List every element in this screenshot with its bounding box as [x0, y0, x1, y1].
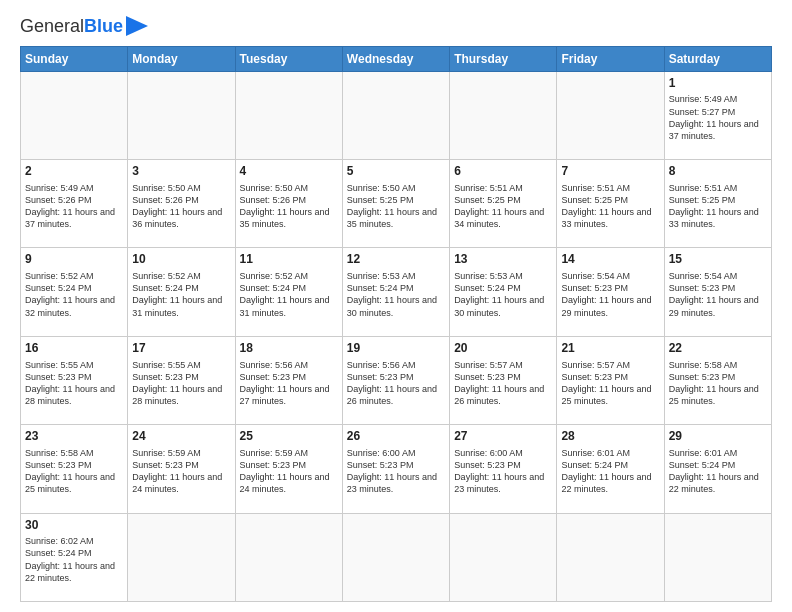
day-number: 21 [561, 340, 659, 357]
day-number: 24 [132, 428, 230, 445]
day-info: Sunrise: 5:51 AM Sunset: 5:25 PM Dayligh… [561, 182, 659, 231]
day-number: 18 [240, 340, 338, 357]
calendar-cell: 14Sunrise: 5:54 AM Sunset: 5:23 PM Dayli… [557, 248, 664, 336]
calendar-cell: 27Sunrise: 6:00 AM Sunset: 5:23 PM Dayli… [450, 425, 557, 513]
day-number: 14 [561, 251, 659, 268]
weekday-header-wednesday: Wednesday [342, 46, 449, 71]
header: GeneralBlue [20, 16, 772, 38]
calendar-cell [128, 513, 235, 601]
calendar-cell: 3Sunrise: 5:50 AM Sunset: 5:26 PM Daylig… [128, 159, 235, 247]
calendar-week-1: 2Sunrise: 5:49 AM Sunset: 5:26 PM Daylig… [21, 159, 772, 247]
day-info: Sunrise: 5:57 AM Sunset: 5:23 PM Dayligh… [454, 359, 552, 408]
calendar-week-3: 16Sunrise: 5:55 AM Sunset: 5:23 PM Dayli… [21, 336, 772, 424]
day-info: Sunrise: 5:55 AM Sunset: 5:23 PM Dayligh… [132, 359, 230, 408]
calendar-week-4: 23Sunrise: 5:58 AM Sunset: 5:23 PM Dayli… [21, 425, 772, 513]
calendar-cell: 12Sunrise: 5:53 AM Sunset: 5:24 PM Dayli… [342, 248, 449, 336]
day-info: Sunrise: 5:56 AM Sunset: 5:23 PM Dayligh… [240, 359, 338, 408]
day-number: 12 [347, 251, 445, 268]
day-info: Sunrise: 6:01 AM Sunset: 5:24 PM Dayligh… [561, 447, 659, 496]
calendar-cell: 4Sunrise: 5:50 AM Sunset: 5:26 PM Daylig… [235, 159, 342, 247]
calendar-cell: 30Sunrise: 6:02 AM Sunset: 5:24 PM Dayli… [21, 513, 128, 601]
calendar-cell [21, 71, 128, 159]
weekday-header-saturday: Saturday [664, 46, 771, 71]
day-info: Sunrise: 5:52 AM Sunset: 5:24 PM Dayligh… [132, 270, 230, 319]
day-number: 29 [669, 428, 767, 445]
day-number: 1 [669, 75, 767, 92]
calendar-cell: 6Sunrise: 5:51 AM Sunset: 5:25 PM Daylig… [450, 159, 557, 247]
day-info: Sunrise: 5:59 AM Sunset: 5:23 PM Dayligh… [132, 447, 230, 496]
calendar-cell: 28Sunrise: 6:01 AM Sunset: 5:24 PM Dayli… [557, 425, 664, 513]
day-number: 2 [25, 163, 123, 180]
day-info: Sunrise: 5:49 AM Sunset: 5:26 PM Dayligh… [25, 182, 123, 231]
day-number: 28 [561, 428, 659, 445]
day-number: 6 [454, 163, 552, 180]
calendar-cell [128, 71, 235, 159]
calendar-cell: 17Sunrise: 5:55 AM Sunset: 5:23 PM Dayli… [128, 336, 235, 424]
day-info: Sunrise: 5:53 AM Sunset: 5:24 PM Dayligh… [347, 270, 445, 319]
day-number: 16 [25, 340, 123, 357]
day-info: Sunrise: 5:50 AM Sunset: 5:26 PM Dayligh… [132, 182, 230, 231]
day-info: Sunrise: 6:01 AM Sunset: 5:24 PM Dayligh… [669, 447, 767, 496]
calendar-cell: 22Sunrise: 5:58 AM Sunset: 5:23 PM Dayli… [664, 336, 771, 424]
calendar-cell: 5Sunrise: 5:50 AM Sunset: 5:25 PM Daylig… [342, 159, 449, 247]
day-number: 27 [454, 428, 552, 445]
day-info: Sunrise: 5:58 AM Sunset: 5:23 PM Dayligh… [669, 359, 767, 408]
calendar-week-0: 1Sunrise: 5:49 AM Sunset: 5:27 PM Daylig… [21, 71, 772, 159]
day-info: Sunrise: 6:00 AM Sunset: 5:23 PM Dayligh… [347, 447, 445, 496]
weekday-header-sunday: Sunday [21, 46, 128, 71]
day-number: 22 [669, 340, 767, 357]
weekday-header-friday: Friday [557, 46, 664, 71]
calendar-cell: 11Sunrise: 5:52 AM Sunset: 5:24 PM Dayli… [235, 248, 342, 336]
day-info: Sunrise: 5:51 AM Sunset: 5:25 PM Dayligh… [669, 182, 767, 231]
day-info: Sunrise: 5:54 AM Sunset: 5:23 PM Dayligh… [561, 270, 659, 319]
weekday-header-thursday: Thursday [450, 46, 557, 71]
calendar-week-2: 9Sunrise: 5:52 AM Sunset: 5:24 PM Daylig… [21, 248, 772, 336]
logo-triangle-icon [126, 16, 148, 36]
calendar-cell [342, 513, 449, 601]
day-info: Sunrise: 5:51 AM Sunset: 5:25 PM Dayligh… [454, 182, 552, 231]
calendar-body: 1Sunrise: 5:49 AM Sunset: 5:27 PM Daylig… [21, 71, 772, 601]
day-number: 30 [25, 517, 123, 534]
calendar-cell: 29Sunrise: 6:01 AM Sunset: 5:24 PM Dayli… [664, 425, 771, 513]
calendar-cell [450, 71, 557, 159]
day-info: Sunrise: 5:50 AM Sunset: 5:26 PM Dayligh… [240, 182, 338, 231]
calendar-cell: 2Sunrise: 5:49 AM Sunset: 5:26 PM Daylig… [21, 159, 128, 247]
page: GeneralBlue SundayMondayTuesdayWednesday… [0, 0, 792, 612]
calendar-cell: 16Sunrise: 5:55 AM Sunset: 5:23 PM Dayli… [21, 336, 128, 424]
day-number: 4 [240, 163, 338, 180]
day-info: Sunrise: 5:53 AM Sunset: 5:24 PM Dayligh… [454, 270, 552, 319]
calendar-cell: 21Sunrise: 5:57 AM Sunset: 5:23 PM Dayli… [557, 336, 664, 424]
day-number: 11 [240, 251, 338, 268]
day-number: 23 [25, 428, 123, 445]
day-info: Sunrise: 6:02 AM Sunset: 5:24 PM Dayligh… [25, 535, 123, 584]
day-number: 15 [669, 251, 767, 268]
calendar-cell: 25Sunrise: 5:59 AM Sunset: 5:23 PM Dayli… [235, 425, 342, 513]
weekday-header-monday: Monday [128, 46, 235, 71]
calendar-cell: 15Sunrise: 5:54 AM Sunset: 5:23 PM Dayli… [664, 248, 771, 336]
calendar-cell: 10Sunrise: 5:52 AM Sunset: 5:24 PM Dayli… [128, 248, 235, 336]
day-number: 3 [132, 163, 230, 180]
calendar-cell [450, 513, 557, 601]
day-number: 17 [132, 340, 230, 357]
day-info: Sunrise: 5:49 AM Sunset: 5:27 PM Dayligh… [669, 93, 767, 142]
calendar-cell: 26Sunrise: 6:00 AM Sunset: 5:23 PM Dayli… [342, 425, 449, 513]
day-number: 25 [240, 428, 338, 445]
day-number: 19 [347, 340, 445, 357]
calendar-cell [235, 513, 342, 601]
weekday-row: SundayMondayTuesdayWednesdayThursdayFrid… [21, 46, 772, 71]
day-number: 13 [454, 251, 552, 268]
calendar-cell: 7Sunrise: 5:51 AM Sunset: 5:25 PM Daylig… [557, 159, 664, 247]
day-number: 9 [25, 251, 123, 268]
calendar-cell: 9Sunrise: 5:52 AM Sunset: 5:24 PM Daylig… [21, 248, 128, 336]
calendar-cell: 13Sunrise: 5:53 AM Sunset: 5:24 PM Dayli… [450, 248, 557, 336]
day-number: 5 [347, 163, 445, 180]
logo: GeneralBlue [20, 16, 148, 38]
calendar-cell: 19Sunrise: 5:56 AM Sunset: 5:23 PM Dayli… [342, 336, 449, 424]
day-info: Sunrise: 5:56 AM Sunset: 5:23 PM Dayligh… [347, 359, 445, 408]
day-info: Sunrise: 5:58 AM Sunset: 5:23 PM Dayligh… [25, 447, 123, 496]
day-number: 8 [669, 163, 767, 180]
calendar-cell: 20Sunrise: 5:57 AM Sunset: 5:23 PM Dayli… [450, 336, 557, 424]
calendar-cell: 18Sunrise: 5:56 AM Sunset: 5:23 PM Dayli… [235, 336, 342, 424]
day-number: 20 [454, 340, 552, 357]
logo-blue: Blue [84, 16, 123, 36]
